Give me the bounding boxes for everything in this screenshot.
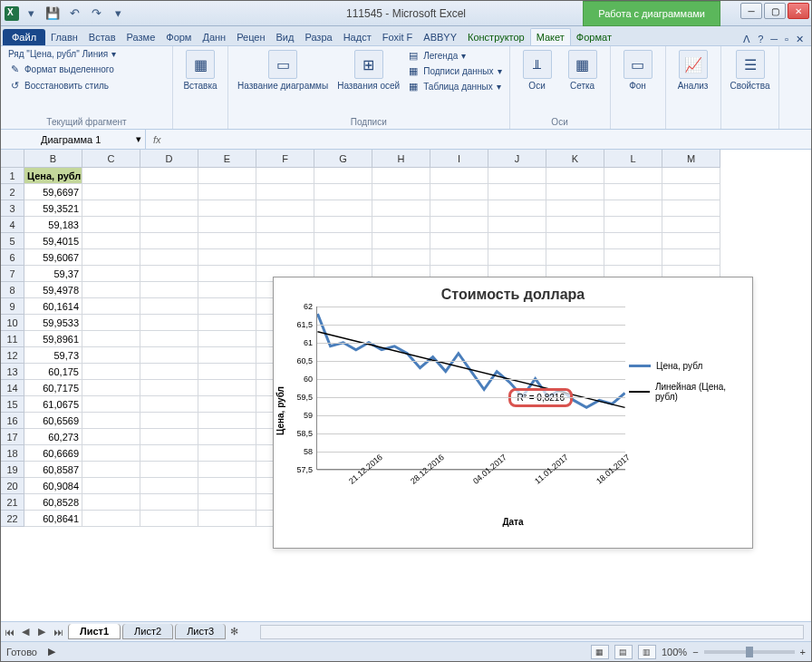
cell[interactable]: 60,8587	[24, 462, 82, 478]
cell[interactable]: 59,6067	[24, 249, 82, 266]
cell[interactable]	[198, 380, 256, 396]
row-header[interactable]: 5	[1, 233, 24, 249]
column-header[interactable]: G	[314, 150, 372, 168]
column-header[interactable]: H	[372, 150, 430, 168]
cell[interactable]	[488, 233, 546, 249]
cell[interactable]	[140, 266, 198, 282]
cell[interactable]	[198, 331, 256, 347]
cell[interactable]	[430, 249, 488, 266]
cell[interactable]	[140, 478, 198, 494]
cell[interactable]	[82, 429, 140, 445]
legend-item[interactable]: Цена, рубл	[629, 361, 747, 371]
name-box-input[interactable]	[41, 134, 122, 145]
cell[interactable]	[198, 200, 256, 217]
sheet-tab[interactable]: Лист3	[175, 624, 226, 639]
cell[interactable]	[82, 494, 140, 511]
cell[interactable]	[82, 168, 140, 184]
cell[interactable]	[140, 347, 198, 364]
cell[interactable]	[488, 168, 546, 184]
row-header[interactable]: 9	[1, 298, 24, 315]
cell[interactable]	[546, 249, 604, 266]
legend-item[interactable]: Линейная (Цена, рубл)	[629, 382, 747, 402]
tab-insert[interactable]: Встав	[83, 29, 121, 45]
cell[interactable]	[82, 233, 140, 249]
cell[interactable]	[372, 168, 430, 184]
cell[interactable]	[604, 217, 662, 233]
cell[interactable]	[256, 249, 314, 266]
cell[interactable]	[662, 233, 720, 249]
cell[interactable]	[140, 168, 198, 184]
row-header[interactable]: 3	[1, 200, 24, 217]
worksheet-grid[interactable]: BCDEFGHIJKLM 123456789101112131415161718…	[1, 150, 811, 603]
redo-button[interactable]: ↷	[86, 4, 106, 24]
file-tab[interactable]: Файл	[3, 29, 45, 45]
cell[interactable]	[82, 217, 140, 233]
cell[interactable]	[430, 184, 488, 200]
row-header[interactable]: 18	[1, 445, 24, 462]
cell[interactable]	[82, 413, 140, 429]
sheet-nav-next[interactable]: ▶	[34, 626, 50, 638]
cell[interactable]	[488, 184, 546, 200]
zoom-out-button[interactable]: −	[692, 647, 698, 657]
cell[interactable]: 60,6569	[24, 413, 82, 429]
cell[interactable]	[372, 233, 430, 249]
cell[interactable]	[430, 233, 488, 249]
cell[interactable]	[314, 217, 372, 233]
cell[interactable]	[198, 249, 256, 266]
close-button[interactable]: ✕	[788, 3, 809, 19]
cell[interactable]	[430, 168, 488, 184]
column-header[interactable]: I	[430, 150, 488, 168]
cell[interactable]: 60,175	[24, 364, 82, 380]
properties-button[interactable]: ☰ Свойства	[727, 48, 774, 92]
cell[interactable]: 59,9533	[24, 315, 82, 331]
cell[interactable]	[82, 282, 140, 298]
cell[interactable]	[546, 168, 604, 184]
cell[interactable]	[140, 413, 198, 429]
cell[interactable]	[82, 364, 140, 380]
cell[interactable]	[82, 511, 140, 527]
tab-format[interactable]: Формат	[571, 29, 617, 45]
fx-icon[interactable]: fx	[146, 134, 169, 145]
cell[interactable]	[82, 445, 140, 462]
cell[interactable]	[198, 347, 256, 364]
cell[interactable]	[198, 233, 256, 249]
cell[interactable]	[488, 217, 546, 233]
tab-developer[interactable]: Разра	[299, 29, 337, 45]
cell[interactable]	[140, 429, 198, 445]
sheet-tab[interactable]: Лист2	[122, 624, 173, 639]
view-normal-button[interactable]: ▦	[591, 645, 609, 659]
cell[interactable]	[314, 233, 372, 249]
tab-foxit[interactable]: Foxit F	[377, 29, 419, 45]
cell[interactable]: 60,1614	[24, 298, 82, 315]
cell[interactable]	[82, 462, 140, 478]
qat-more[interactable]: ▾	[108, 4, 128, 24]
cell[interactable]	[82, 298, 140, 315]
cell[interactable]	[198, 168, 256, 184]
cell[interactable]	[140, 200, 198, 217]
chart-element-dropdown[interactable]: Ряд "Цена, рубл" Линия▾	[6, 48, 167, 60]
cell[interactable]: 60,8641	[24, 511, 82, 527]
row-header[interactable]: 16	[1, 413, 24, 429]
cell[interactable]	[256, 184, 314, 200]
y-axis-label[interactable]: Цена, рубл	[274, 307, 287, 515]
cell[interactable]	[82, 347, 140, 364]
zoom-in-button[interactable]: +	[800, 647, 806, 657]
cell[interactable]	[140, 331, 198, 347]
qat-dropdown[interactable]: ▾	[21, 4, 41, 24]
chart-title[interactable]: Стоимость доллара	[274, 277, 752, 307]
cell[interactable]	[140, 445, 198, 462]
cell[interactable]	[604, 233, 662, 249]
doc-close-icon[interactable]: ✕	[796, 34, 804, 45]
cell[interactable]	[198, 364, 256, 380]
sheet-nav-last[interactable]: ⏭	[50, 627, 66, 638]
cell[interactable]: 59,183	[24, 217, 82, 233]
row-header[interactable]: 10	[1, 315, 24, 331]
plot-area[interactable]: R² = 0,8216	[316, 307, 625, 470]
cell[interactable]	[198, 478, 256, 494]
cell[interactable]	[314, 249, 372, 266]
cell[interactable]	[546, 217, 604, 233]
row-header[interactable]: 15	[1, 396, 24, 413]
cell[interactable]	[488, 249, 546, 266]
macro-record-icon[interactable]: ▶	[48, 646, 55, 657]
column-header[interactable]: K	[546, 150, 604, 168]
